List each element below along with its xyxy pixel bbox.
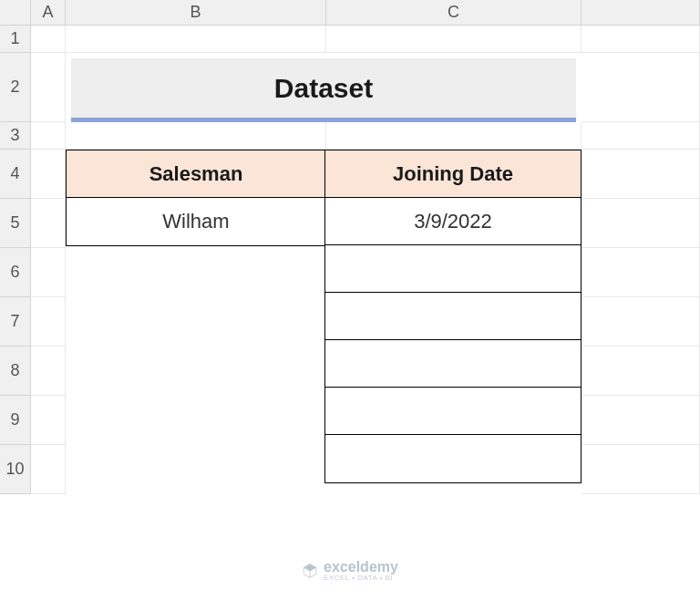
cell-d6[interactable] [582,248,700,297]
cell-joining-date-value[interactable]: 3/9/2022 [324,197,582,246]
cell-d5[interactable] [582,199,700,248]
row-header-1[interactable]: 1 [0,26,31,53]
header-salesman[interactable]: Salesman [66,150,326,199]
cell-a10[interactable] [31,445,66,494]
spreadsheet-grid: A B C 1 2 Dataset 3 4 5 6 7 8 9 10 Sales… [0,0,700,494]
cell-d2[interactable] [582,53,700,122]
cell-a6[interactable] [31,248,66,297]
cell-a5[interactable] [31,199,66,248]
watermark-sub: EXCEL • DATA • BI [324,575,398,582]
watermark: exceldemy EXCEL • DATA • BI [302,560,398,582]
cell-a4[interactable] [31,150,66,199]
cell-a9[interactable] [31,396,66,445]
cell-d4[interactable] [582,150,700,199]
row-header-3[interactable]: 3 [0,122,31,150]
cell-d7[interactable] [582,297,700,347]
cell-d3[interactable] [582,122,700,150]
cube-icon [302,563,318,579]
row-header-4[interactable]: 4 [0,150,31,199]
header-joining-date[interactable]: Joining Date [324,150,582,199]
cell-d9[interactable] [582,396,700,445]
row-header-10[interactable]: 10 [0,445,31,494]
cell-a8[interactable] [31,347,66,396]
row-header-2[interactable]: 2 [0,53,31,122]
cell-c10[interactable] [324,434,582,483]
col-header-d[interactable] [582,0,700,26]
row-header-7[interactable]: 7 [0,297,31,347]
col-header-c[interactable]: C [326,0,582,26]
col-header-b[interactable]: B [66,0,326,26]
cell-d10[interactable] [582,445,700,494]
cell-a3[interactable] [31,122,66,150]
watermark-main: exceldemy [324,560,398,575]
cell-a1[interactable] [31,26,66,53]
cell-c3[interactable] [326,122,582,150]
cell-d8[interactable] [582,347,700,396]
cell-c8[interactable] [324,339,582,388]
cell-a7[interactable] [31,297,66,347]
col-header-a[interactable]: A [31,0,66,26]
cell-a2[interactable] [31,53,66,122]
cell-d1[interactable] [582,26,700,53]
cell-salesman-value[interactable]: Wilham [66,197,326,246]
row-header-5[interactable]: 5 [0,199,31,248]
data-table: Salesman Joining Date Wilham 3/9/2022 [66,150,582,494]
row-header-6[interactable]: 6 [0,248,31,297]
dataset-title: Dataset [71,58,576,122]
cell-b1[interactable] [66,26,326,53]
cell-c7[interactable] [324,292,582,341]
cell-c1[interactable] [326,26,582,53]
cell-b3[interactable] [66,122,326,150]
row-header-9[interactable]: 9 [0,396,31,445]
cell-c6[interactable] [324,244,582,294]
cell-c9[interactable] [324,387,582,436]
select-all-corner[interactable] [0,0,31,26]
row-header-8[interactable]: 8 [0,347,31,396]
